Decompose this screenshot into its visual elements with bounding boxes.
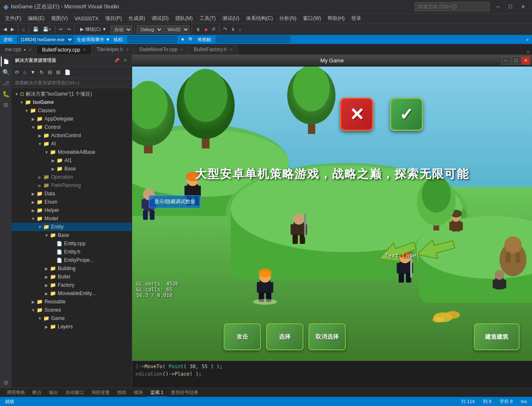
tab-modules[interactable]: 模块 <box>131 389 146 397</box>
tree-control[interactable]: ▼ 📁 Control <box>12 123 132 131</box>
tree-operation[interactable]: ▶ 📁 Operation <box>12 173 132 181</box>
lifecycle-label[interactable]: 生命周期事件 ▼ <box>77 37 110 43</box>
menu-help[interactable]: 帮助(H) <box>324 14 348 23</box>
toolbar-options[interactable]: » <box>526 37 529 42</box>
tab-threads[interactable]: 线程 <box>114 389 130 397</box>
tree-solution[interactable]: ▼ ⊡ 解决方案"IsoGame"(1 个项目) <box>12 90 132 98</box>
se-collapse-btn[interactable]: ⊟ <box>46 68 54 77</box>
close-button[interactable]: ✕ <box>517 2 529 11</box>
search-icon[interactable]: 🔍 <box>188 37 194 42</box>
tree-classes[interactable]: ▼ 📁 Classes <box>12 106 132 115</box>
maximize-button[interactable]: ☐ <box>505 2 516 11</box>
menu-architecture[interactable]: 体系结构(C) <box>243 14 276 23</box>
se-filter-btn[interactable]: ▼ <box>29 68 37 77</box>
stop-button[interactable]: ■ <box>203 25 209 34</box>
tree-entity-base[interactable]: ▼ 📁 Base <box>12 231 132 239</box>
tab-close-icon[interactable]: ✕ <box>126 47 129 52</box>
activity-debug[interactable]: 🐛 <box>1 89 11 99</box>
tree-entity-cpp[interactable]: 📄 Entity.cpp <box>12 239 132 248</box>
tree-reusable[interactable]: ▶ 📁 Reusable <box>12 298 132 306</box>
quick-launch-input[interactable] <box>415 2 490 11</box>
game-select-button[interactable]: 选择 <box>266 323 303 350</box>
game-build-button[interactable]: 建造建筑 <box>474 323 520 350</box>
se-expand-btn[interactable]: ⊞ <box>54 68 62 77</box>
menu-test[interactable]: 测试(U) <box>219 14 243 23</box>
tree-helper[interactable]: ▶ 📁 Helper <box>12 206 132 214</box>
se-properties-btn[interactable]: 📄 <box>63 68 72 77</box>
tree-appdelegate[interactable]: ▶ 📁 AppDelegate <box>12 115 132 123</box>
platform-dropdown[interactable]: Win32 <box>164 25 190 34</box>
status-ready[interactable]: 就绪 <box>3 399 16 405</box>
tree-moveableaibase[interactable]: ▼ 📁 MoveableAiBase <box>12 148 132 156</box>
toolbar-save-all[interactable]: 💾+ <box>41 25 53 34</box>
game-debug-button[interactable]: 显示/隐藏调试数据 <box>149 195 201 208</box>
minimize-button[interactable]: ─ <box>492 2 504 11</box>
game-x-button[interactable]: ✕ <box>340 98 373 131</box>
status-ins[interactable]: Ins <box>519 399 529 405</box>
tree-factory[interactable]: ▶ 📁 Factory <box>12 281 132 289</box>
process-select[interactable]: [18824] IsoGame.exe <box>17 36 74 43</box>
tab-state-move-to[interactable]: StateMoveTo.cpp ✕ <box>134 44 189 54</box>
tree-pathplanning[interactable]: ▶ 📁 PathPlanning <box>12 181 132 189</box>
tab-close-icon[interactable]: ✕ <box>180 47 183 52</box>
menu-build[interactable]: 生成(B) <box>125 14 148 23</box>
menu-team[interactable]: 团队(M) <box>172 14 196 23</box>
menu-edit[interactable]: 编辑(E) <box>25 14 48 23</box>
restart-button[interactable]: ↺ <box>210 25 217 34</box>
tab-me-cpp[interactable]: me.cpp ● ✕ <box>0 44 37 54</box>
toolbar-home[interactable]: ⌂ <box>20 25 27 34</box>
tab-breakpoints[interactable]: 断点 <box>29 389 45 397</box>
tree-data[interactable]: ▶ 📁 Data <box>12 189 132 198</box>
tab-output[interactable]: 输出 <box>46 389 62 397</box>
tree-moveableentity[interactable]: ▶ 📁 MoveableEntity... <box>12 289 132 298</box>
toolbar-forward[interactable]: ▶ <box>9 25 16 34</box>
tree-entityprope[interactable]: 📄 EntityPrope... <box>12 256 132 264</box>
continue-button[interactable]: ▶ 继续(C) ▼ <box>77 25 110 33</box>
tab-bullet-factory-cpp[interactable]: BulletFactory.cpp ✕ <box>37 44 91 54</box>
status-line[interactable]: 行 114 <box>460 399 476 405</box>
tab-bullet-factory-h[interactable]: BulletFactory.h ✕ <box>189 44 238 54</box>
tab-tile-helper[interactable]: TileHelper.h ✕ <box>91 44 134 54</box>
menu-analyze[interactable]: 分析(N) <box>276 14 300 23</box>
tree-bullet[interactable]: ▶ 📁 Bullet <box>12 273 132 281</box>
tab-auto-window[interactable]: 自动窗口 <box>62 389 87 397</box>
tree-enum[interactable]: ▶ 📁 Enum <box>12 198 132 206</box>
tree-layers[interactable]: ▶ 📁 Layers <box>12 322 132 331</box>
activity-git[interactable]: ⎇ <box>1 78 11 88</box>
se-sync-btn[interactable]: ⟳ <box>13 68 21 77</box>
menu-view[interactable]: 视图(V) <box>48 14 71 23</box>
toolbar-back[interactable]: ◀ <box>2 25 8 34</box>
tree-ai[interactable]: ▼ 📁 AI <box>12 140 132 148</box>
se-close-btn[interactable]: ✕ <box>122 57 128 64</box>
stack-select[interactable] <box>216 36 291 43</box>
se-refresh-btn[interactable]: ↻ <box>38 68 45 77</box>
game-attack-button[interactable]: 攻击 <box>224 323 261 350</box>
se-search[interactable]: 搜索解决方案资源管理器(Ctrl+;) <box>12 78 132 88</box>
game-check-button[interactable]: ✓ <box>390 98 423 131</box>
game-minimize-btn[interactable]: ─ <box>501 57 510 65</box>
menu-vassistx[interactable]: VASSISTX <box>71 15 102 22</box>
status-col[interactable]: 列 9 <box>481 399 493 405</box>
menu-tools[interactable]: 工具(T) <box>196 14 219 23</box>
menu-file[interactable]: 文件(F) <box>2 14 25 23</box>
tree-entity-h[interactable]: 📄 Entity.h <box>12 248 132 256</box>
filter-icon[interactable]: ▼ <box>180 37 185 42</box>
activity-settings[interactable]: ⚙ <box>1 378 11 388</box>
tree-ai-base[interactable]: ▶ 📁 Base <box>12 165 132 173</box>
tab-call-stack[interactable]: 调用堆栈 <box>3 389 28 397</box>
step-over[interactable]: ↷ <box>222 25 229 34</box>
game-restore-btn[interactable]: ☐ <box>511 57 520 65</box>
toolbar-save[interactable]: 💾 <box>31 25 40 34</box>
tree-ai1[interactable]: ▶ 📁 AI1 <box>12 156 132 165</box>
tree-actioncontrol[interactable]: ▶ 📁 ActionControl <box>12 131 132 140</box>
tree-game[interactable]: ▼ 📁 Game <box>12 314 132 322</box>
game-close-btn[interactable]: ✕ <box>521 57 530 65</box>
toolbar-undo[interactable]: ↩ <box>57 25 64 34</box>
menu-window[interactable]: 窗口(W) <box>300 14 324 23</box>
tree-entity[interactable]: ▼ 📁 Entity <box>12 223 132 231</box>
activity-extensions[interactable]: ⊞ <box>1 100 11 110</box>
step-into[interactable]: ↡ <box>229 25 236 34</box>
menu-login[interactable]: 登录 <box>348 14 365 23</box>
se-pin-btn[interactable]: 📌 <box>113 57 120 64</box>
tab-scroll-right[interactable]: » <box>524 49 532 54</box>
